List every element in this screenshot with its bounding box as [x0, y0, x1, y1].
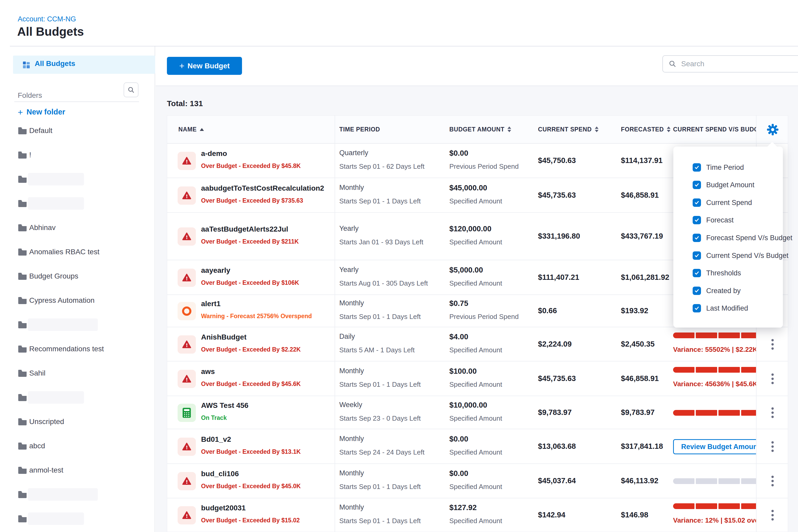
- folder-name: abcd: [29, 442, 45, 450]
- menu-item-forecast-spend-v-s-budget[interactable]: Forecast Spend V/s Budget: [673, 232, 783, 244]
- menu-item-created-by[interactable]: Created by: [673, 285, 783, 297]
- column-header-current-spend[interactable]: CURRENT SPEND: [538, 116, 598, 143]
- budget-name[interactable]: AWS Test 456: [201, 401, 249, 410]
- budget-status-icon: [177, 370, 196, 388]
- table-row[interactable]: awsOver Budget - Exceeded By $45.6KMonth…: [167, 361, 788, 396]
- folder-item[interactable]: Default: [0, 123, 155, 138]
- column-header-budget-amount[interactable]: BUDGET AMOUNT: [449, 116, 511, 143]
- current-spend-value: $13,063.68: [538, 442, 576, 451]
- folder-item[interactable]: Unscripted: [0, 414, 155, 430]
- checkbox-checked[interactable]: [692, 198, 701, 207]
- folder-item[interactable]: Recommendations test: [0, 341, 155, 357]
- budget-name[interactable]: alert1: [201, 300, 221, 308]
- menu-item-time-period[interactable]: Time Period: [673, 162, 783, 173]
- folder-item[interactable]: Budget Groups: [0, 268, 155, 284]
- time-period-detail: Starts Aug 01 - 305 Days Left: [339, 279, 428, 287]
- folder-item[interactable]: abcd: [0, 438, 155, 454]
- folder-item[interactable]: [0, 487, 155, 502]
- menu-item-current-spend[interactable]: Current Spend: [673, 197, 783, 208]
- review-budget-amount-button[interactable]: Review Budget Amount: [673, 439, 756, 454]
- row-actions-kebab-icon[interactable]: [768, 339, 776, 350]
- budget-status-icon: [177, 302, 196, 320]
- budget-name[interactable]: aws: [201, 367, 215, 376]
- checkbox-checked[interactable]: [692, 216, 701, 224]
- budget-amount: $5,000.00: [449, 266, 483, 274]
- table-row[interactable]: Bd01_v2Over Budget - Exceeded By $13.1KM…: [167, 429, 788, 464]
- time-period-detail: Starts Sep 01 - 1 Days Left: [339, 483, 421, 491]
- current-spend-value: $331,196.80: [538, 232, 580, 241]
- row-actions-kebab-icon[interactable]: [768, 441, 776, 452]
- folder-name: Abhinav: [29, 224, 56, 232]
- menu-item-forecast[interactable]: Forecast: [673, 214, 783, 226]
- redacted-folder-name: [28, 512, 84, 525]
- column-header-name[interactable]: NAME: [178, 116, 204, 143]
- vs-budget-cell: Variance: 12% | $15.02 over: [673, 498, 756, 532]
- folder-item[interactable]: !: [0, 147, 155, 163]
- folder-item[interactable]: [0, 390, 155, 405]
- budget-name[interactable]: bud_cli106: [201, 470, 239, 478]
- checkbox-checked[interactable]: [692, 181, 701, 189]
- folder-icon: [18, 491, 27, 498]
- current-spend-value: $45,735.63: [538, 191, 576, 200]
- checkbox-checked[interactable]: [692, 287, 701, 295]
- current-spend-value: $0.66: [538, 306, 557, 315]
- folder-item[interactable]: [0, 195, 155, 211]
- time-period-detail: Starts Jan 01 - 93 Days Left: [339, 238, 423, 246]
- checkbox-checked[interactable]: [692, 234, 701, 242]
- budget-amount: $4.00: [449, 332, 468, 341]
- menu-item-label: Thresholds: [706, 269, 741, 277]
- folder-item[interactable]: [0, 171, 155, 187]
- time-period-type: Monthly: [339, 367, 364, 375]
- budget-name[interactable]: Bd01_v2: [201, 435, 231, 443]
- budget-name[interactable]: budget20031: [201, 504, 246, 512]
- table-row[interactable]: budget20031Over Budget - Exceeded By $15…: [167, 498, 788, 532]
- menu-item-last-modified[interactable]: Last Modified: [673, 303, 783, 314]
- column-header-time-period: TIME PERIOD: [339, 116, 380, 143]
- search-input[interactable]: [681, 59, 781, 68]
- column-settings-gear-icon[interactable]: [766, 124, 779, 136]
- budget-amount-subtitle: Specified Amount: [449, 414, 502, 422]
- account-breadcrumb[interactable]: Account: CCM-NG: [18, 15, 76, 23]
- folder-item[interactable]: [0, 317, 155, 332]
- budget-amount-subtitle: Previous Period Spend: [449, 163, 519, 171]
- folder-item[interactable]: Abhinav: [0, 220, 155, 235]
- total-count: Total: 131: [167, 99, 203, 108]
- search-icon: [669, 60, 677, 68]
- table-row[interactable]: bud_cli106Over Budget - Exceeded By $45.…: [167, 464, 788, 498]
- table-row[interactable]: AnishBudgetOver Budget - Exceeded By $2.…: [167, 327, 788, 361]
- row-actions-kebab-icon[interactable]: [768, 476, 776, 486]
- budget-name[interactable]: aayearly: [201, 266, 230, 274]
- table-row[interactable]: AWS Test 456On TrackWeeklyStarts Sep 23 …: [167, 396, 788, 429]
- row-actions-kebab-icon[interactable]: [768, 374, 776, 384]
- folder-icon: [18, 345, 27, 353]
- sidebar-item-all-budgets[interactable]: [13, 56, 155, 74]
- menu-item-budget-amount[interactable]: Budget Amount: [673, 179, 783, 191]
- column-header-forecasted[interactable]: FORECASTED: [621, 116, 670, 143]
- current-spend-value: $9,783.97: [538, 408, 572, 417]
- folder-item[interactable]: Sahil: [0, 365, 155, 381]
- new-budget-button[interactable]: + New Budget: [167, 57, 242, 75]
- menu-item-current-spend-v-s-budget[interactable]: Current Spend V/s Budget: [673, 250, 783, 261]
- checkbox-checked[interactable]: [692, 304, 701, 312]
- budget-amount-subtitle: Specified Amount: [449, 448, 502, 456]
- folders-search-button[interactable]: [124, 82, 138, 97]
- budget-status-text: Over Budget - Exceeded By $13.1K: [201, 448, 301, 455]
- budget-name[interactable]: AnishBudget: [201, 333, 246, 341]
- new-folder-button[interactable]: + New folder: [18, 108, 65, 116]
- folder-item[interactable]: anmol-test: [0, 462, 155, 478]
- budget-status-text: Over Budget - Exceeded By $2.22K: [201, 346, 301, 353]
- menu-item-thresholds[interactable]: Thresholds: [673, 267, 783, 279]
- budget-name[interactable]: a-demo: [201, 149, 227, 158]
- checkbox-checked[interactable]: [692, 269, 701, 277]
- budget-status-text: Over Budget - Exceeded By $45.8K: [201, 163, 301, 170]
- checkbox-checked[interactable]: [692, 251, 701, 260]
- budget-name[interactable]: aabudgetToTestCostRecalculation2: [201, 184, 324, 192]
- row-actions-kebab-icon[interactable]: [768, 510, 776, 520]
- budget-name[interactable]: aaTestBudgetAlerts22Jul: [201, 225, 288, 233]
- folder-item[interactable]: Cypress Automation: [0, 292, 155, 308]
- folder-item[interactable]: [0, 511, 155, 527]
- folder-item[interactable]: Anomalies RBAC test: [0, 244, 155, 260]
- checkbox-checked[interactable]: [692, 163, 701, 172]
- new-folder-label: New folder: [26, 108, 65, 116]
- row-actions-kebab-icon[interactable]: [768, 407, 776, 418]
